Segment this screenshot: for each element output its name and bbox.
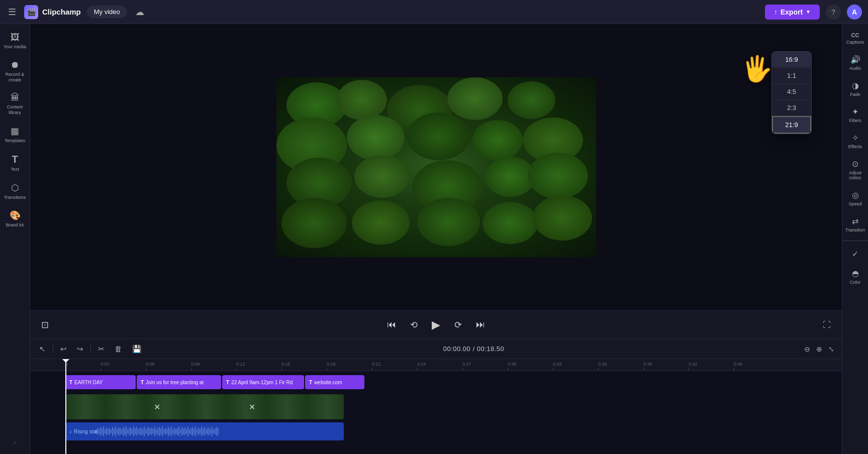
- forward-button[interactable]: ⟳: [451, 316, 465, 333]
- video-preview-area: 16:9 1:1 4:5 2:3 21:9 🖐: [30, 24, 842, 310]
- undo-button[interactable]: ↩: [57, 343, 70, 356]
- video-clip[interactable]: ✕ ✕: [65, 394, 344, 419]
- captions-label: Captions: [846, 40, 864, 45]
- transition-icon: ⇄: [852, 216, 858, 226]
- audio-rs-icon: 🔊: [850, 55, 860, 64]
- text-icon: T: [12, 154, 18, 165]
- sidebar-item-captions[interactable]: CC Captions: [843, 28, 867, 49]
- text-clip-type-icon-4: T: [309, 380, 312, 385]
- timeline-ruler: 0 0:03 0:06 0:09 0:12 0:15 0:18 0:21 0:2…: [30, 359, 842, 371]
- sidebar-item-templates[interactable]: ▦ Templates: [2, 122, 29, 148]
- help-button[interactable]: ?: [826, 5, 841, 20]
- record-create-icon: ⏺: [11, 60, 20, 70]
- save-frame-button[interactable]: 💾: [129, 343, 145, 356]
- confirm-checkmark-button[interactable]: ✓: [843, 245, 867, 263]
- text-track-row: T EARTH DAY T Join us for tree planting …: [65, 373, 842, 391]
- sidebar-label-text: Text: [11, 167, 19, 172]
- sidebar-expand-button[interactable]: ›: [10, 435, 20, 450]
- sidebar-item-adjust-colors[interactable]: ⊙ Adjust colors: [843, 155, 867, 184]
- aspect-ratio-dropdown[interactable]: 16:9 1:1 4:5 2:3 21:9: [771, 51, 812, 134]
- audio-label-rs: Audio: [849, 66, 861, 71]
- crop-button[interactable]: ⊡: [38, 316, 52, 333]
- skip-back-button[interactable]: ⏮: [384, 316, 399, 333]
- sidebar-item-audio[interactable]: 🔊 Audio: [843, 51, 867, 75]
- aspect-4-5[interactable]: 4:5: [772, 84, 811, 100]
- fullscreen-button[interactable]: ⛶: [820, 317, 834, 332]
- aspect-2-3[interactable]: 2:3: [772, 100, 811, 116]
- logo-area: 🎬 Clipchamp: [24, 5, 81, 19]
- center-content: 16:9 1:1 4:5 2:3 21:9 🖐 ⊡ ⏮ ⟲ ▶ ⟳ ⏭ ⛶ ↖: [30, 24, 842, 454]
- audio-clip[interactable]: ♪ Rising star: [65, 422, 344, 440]
- timeline-area: ↖ ↩ ↪ ✂ 🗑 💾 00:00.00 / 00:18.50 ⊖ ⊕ ⤡: [30, 338, 842, 454]
- sidebar-item-fade[interactable]: ◑ Fade: [843, 77, 867, 101]
- sidebar-label-content-library: Content library: [4, 104, 27, 116]
- text-clip-date[interactable]: T 22 April 9am-12pm 1 Fir Rd: [222, 375, 304, 389]
- text-clip-label-3: 22 April 9am-12pm 1 Fir Rd: [231, 380, 293, 385]
- sidebar-label-templates: Templates: [5, 138, 25, 144]
- timeline-toolbar: ↖ ↩ ↪ ✂ 🗑 💾 00:00.00 / 00:18.50 ⊖ ⊕ ⤡: [30, 339, 842, 359]
- adjust-colors-label: Adjust colors: [845, 170, 865, 180]
- cut-button[interactable]: ✂: [95, 343, 108, 356]
- sidebar-item-brand-kit[interactable]: 🎨 Brand kit: [2, 206, 29, 232]
- user-avatar[interactable]: A: [847, 5, 862, 20]
- total-time: 00:18.50: [477, 345, 505, 353]
- zoom-controls: ⊖ ⊕ ⤡: [803, 344, 836, 355]
- sidebar-item-transition[interactable]: ⇄ Transition: [843, 212, 867, 237]
- sidebar-label-your-media: Your media: [4, 44, 26, 50]
- text-clip-earth-day[interactable]: T EARTH DAY: [65, 375, 136, 389]
- sidebar-item-content-library[interactable]: 🏛 Content library: [2, 88, 29, 120]
- hamburger-button[interactable]: ☰: [6, 5, 18, 20]
- rewind-button[interactable]: ⟲: [407, 316, 421, 333]
- fade-label: Fade: [850, 92, 860, 97]
- export-button[interactable]: ↑ Export ▼: [765, 5, 820, 20]
- color-icon: ◓: [852, 269, 859, 278]
- sidebar-item-speed[interactable]: ◎ Speed: [843, 186, 867, 210]
- sidebar-label-brand-kit: Brand kit: [6, 222, 24, 228]
- audio-label: Rising star: [74, 429, 98, 434]
- select-tool-button[interactable]: ↖: [36, 343, 49, 356]
- export-dropdown-arrow: ▼: [806, 9, 811, 15]
- transitions-icon: ⬡: [11, 182, 19, 193]
- video-title-tab[interactable]: My video: [87, 6, 127, 18]
- aspect-16-9[interactable]: 16:9: [772, 52, 811, 68]
- cursor-overlay: 🖐: [741, 54, 771, 89]
- app-name: Clipchamp: [42, 8, 81, 16]
- transition-label: Transition: [845, 228, 865, 233]
- time-display: 00:00.00 / 00:18.50: [443, 345, 505, 353]
- topbar-right: ↑ Export ▼ ? A: [765, 5, 862, 20]
- text-clip-type-icon: T: [69, 380, 72, 385]
- delete-button[interactable]: 🗑: [112, 343, 125, 355]
- text-clip-join-us[interactable]: T Join us for tree planting at: [137, 375, 221, 389]
- play-pause-button[interactable]: ▶: [429, 315, 443, 334]
- sidebar-item-effects[interactable]: ✧ Effects: [843, 129, 867, 153]
- sidebar-item-color[interactable]: ◓ Color: [843, 265, 867, 289]
- sidebar-divider: [842, 241, 868, 241]
- zoom-out-button[interactable]: ⊖: [803, 344, 812, 355]
- sidebar-label-transitions: Transitions: [4, 195, 26, 200]
- sidebar-item-filters[interactable]: ✦ Filters: [843, 103, 867, 127]
- redo-button[interactable]: ↪: [74, 343, 86, 356]
- speed-label: Speed: [848, 201, 861, 206]
- cloud-save-icon[interactable]: ☁: [133, 5, 146, 20]
- effects-label: Effects: [848, 144, 862, 149]
- text-clip-type-icon-2: T: [141, 380, 144, 385]
- sidebar-item-record-create[interactable]: ⏺ Record & create: [2, 56, 29, 87]
- aspect-21-9[interactable]: 21:9: [772, 116, 811, 134]
- sidebar-item-your-media[interactable]: 🖼 Your media: [2, 28, 29, 54]
- your-media-icon: 🖼: [11, 32, 20, 43]
- sidebar-item-transitions[interactable]: ⬡ Transitions: [2, 178, 29, 204]
- clip-split-icon-right: ✕: [249, 402, 255, 412]
- zoom-in-button[interactable]: ⊕: [815, 344, 824, 355]
- sidebar-item-text[interactable]: T Text: [2, 150, 29, 176]
- timeline-tracks: T EARTH DAY T Join us for tree planting …: [30, 371, 842, 454]
- audio-waveform: [65, 422, 344, 440]
- skip-forward-button[interactable]: ⏭: [473, 316, 488, 333]
- left-sidebar: 🖼 Your media ⏺ Record & create 🏛 Content…: [0, 24, 30, 454]
- filters-label: Filters: [849, 118, 861, 123]
- zoom-fit-button[interactable]: ⤡: [827, 344, 836, 355]
- playhead[interactable]: [65, 359, 66, 454]
- tree-canopy: [276, 77, 596, 257]
- text-clip-website[interactable]: T website.com: [305, 375, 364, 389]
- filters-icon: ✦: [852, 107, 858, 117]
- aspect-1-1[interactable]: 1:1: [772, 68, 811, 84]
